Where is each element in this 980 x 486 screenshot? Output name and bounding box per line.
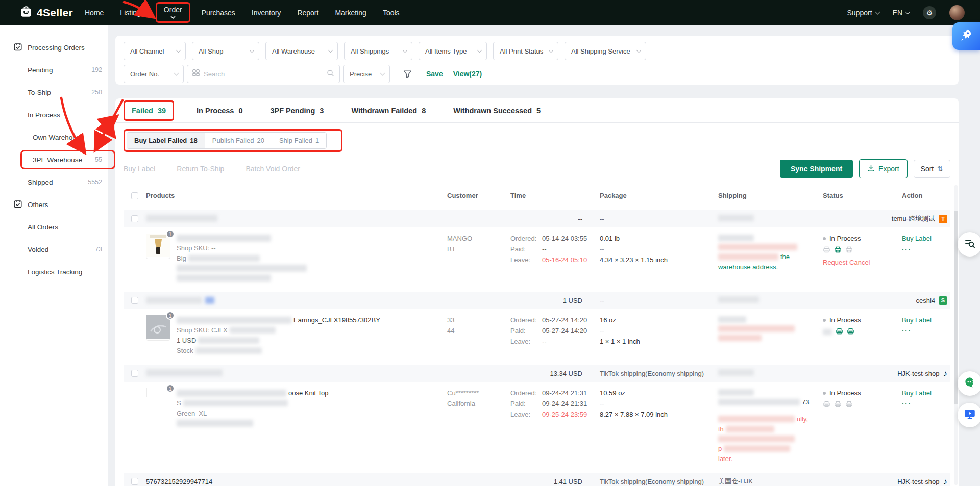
- variant: Green_XL: [177, 410, 329, 417]
- filter-warehouse[interactable]: All Warehouse: [265, 42, 338, 60]
- sort-button[interactable]: Sort ⇅: [914, 160, 950, 178]
- sidebar-item-own-warehouse[interactable]: Own Warehouse51: [0, 126, 108, 148]
- scrollbar-track[interactable]: [954, 185, 958, 485]
- support-chat-widget[interactable]: [958, 371, 980, 396]
- nav-order[interactable]: Order: [156, 2, 190, 23]
- video-tutorial-widget[interactable]: [958, 403, 980, 427]
- redacted-text: [195, 347, 262, 354]
- subtab-publish-failed[interactable]: Publish Failed20: [205, 133, 272, 148]
- search-input[interactable]: [204, 70, 323, 78]
- save-filter-button[interactable]: Save: [426, 70, 443, 78]
- buy-label-link[interactable]: Buy Label: [902, 235, 950, 242]
- product-image[interactable]: [146, 331, 170, 341]
- filter-shop[interactable]: All Shop: [192, 42, 259, 60]
- brand-logo[interactable]: 4Seller: [19, 0, 73, 25]
- sidebar-item-shipped[interactable]: Shipped5552: [0, 171, 108, 193]
- export-button[interactable]: Export: [859, 159, 907, 178]
- sidebar-item-in-process[interactable]: In Process: [0, 104, 108, 126]
- printer-icon[interactable]: [823, 246, 830, 255]
- sidebar-section-others[interactable]: Others: [0, 193, 108, 216]
- nav-marketing[interactable]: Marketing: [327, 9, 374, 17]
- product-image[interactable]: [146, 249, 170, 259]
- printer-icon[interactable]: [823, 400, 830, 410]
- product-title[interactable]: Earrings_CJLX198557302BY: [293, 316, 380, 324]
- tab-withdrawn-failded[interactable]: Withdrawn Failded8: [351, 107, 426, 115]
- printer-icon[interactable]: [845, 246, 853, 255]
- row-checkbox[interactable]: [131, 297, 138, 304]
- return-to-ship-button[interactable]: Return To-Ship: [177, 165, 224, 173]
- filter-channel[interactable]: All Channel: [124, 42, 186, 60]
- redacted-order-no: [146, 369, 223, 376]
- scrollbar-thumb[interactable]: [954, 211, 958, 404]
- sidebar-section-processing-orders[interactable]: Processing Orders: [0, 36, 108, 59]
- tab-3pf-pending[interactable]: 3PF Pending3: [270, 107, 324, 115]
- sidebar-item-voided[interactable]: Voided73: [0, 238, 108, 261]
- order-lookup-widget[interactable]: [958, 232, 980, 257]
- view-saved-button[interactable]: View(27): [453, 70, 482, 78]
- col-shipping: Shipping: [718, 192, 823, 199]
- buy-label-button[interactable]: Buy Label: [124, 165, 155, 173]
- batch-void-order-button[interactable]: Batch Void Order: [246, 165, 300, 173]
- printer-icon[interactable]: [834, 246, 842, 255]
- filter-shipping-service[interactable]: All Shipping Service: [565, 42, 646, 60]
- buy-label-link[interactable]: Buy Label: [902, 316, 950, 324]
- rocket-widget[interactable]: [952, 22, 980, 50]
- subtab-ship-failed[interactable]: Ship Failed1: [272, 133, 326, 148]
- support-menu[interactable]: Support: [847, 9, 879, 17]
- avatar[interactable]: [949, 5, 965, 20]
- filter-print-status[interactable]: All Print Status: [493, 42, 558, 60]
- order-number[interactable]: 576732152929947714: [146, 478, 447, 485]
- order-group-header: 13.34 USD TikTok shipping(Economy shippi…: [124, 365, 950, 382]
- row-checkbox[interactable]: [131, 370, 138, 377]
- chevron-down-icon: [176, 48, 181, 53]
- sidebar-item-3pf-warehouse[interactable]: 3PF Warehouse55: [0, 148, 108, 171]
- language-menu[interactable]: EN: [893, 9, 910, 17]
- chevron-down-icon: [549, 48, 554, 53]
- more-actions-button[interactable]: ···: [902, 327, 950, 335]
- printer-icon[interactable]: [845, 400, 853, 410]
- buy-label-link[interactable]: Buy Label: [902, 389, 950, 397]
- sidebar-item-all-orders[interactable]: All Orders: [0, 216, 108, 238]
- more-actions-button[interactable]: ···: [902, 400, 950, 407]
- nav-listings[interactable]: Listings: [112, 9, 152, 17]
- printer-icon[interactable]: [847, 327, 854, 337]
- tab-in-process[interactable]: In Process0: [197, 107, 242, 115]
- more-actions-button[interactable]: ···: [902, 245, 950, 253]
- nav-tools[interactable]: Tools: [375, 9, 408, 17]
- printer-icon[interactable]: [836, 327, 843, 337]
- redacted-text: [718, 244, 797, 250]
- search-icon[interactable]: [327, 69, 334, 79]
- main-nav: Home Listings Order Purchases Inventory …: [77, 0, 408, 25]
- sync-shipment-button[interactable]: Sync Shipment: [780, 160, 853, 178]
- gear-icon[interactable]: ⚙: [923, 6, 936, 19]
- precise-select[interactable]: Precise: [343, 65, 390, 83]
- shipping-cell: the warehouse address.: [718, 234, 823, 271]
- row-checkbox[interactable]: [131, 215, 138, 222]
- tab-failed[interactable]: Failed39: [124, 100, 174, 121]
- select-all-checkbox[interactable]: [131, 192, 138, 199]
- row-checkbox[interactable]: [131, 478, 138, 485]
- shipping-cell: 73 ully, th p later.: [718, 388, 823, 463]
- status-cell: In Process: [823, 315, 902, 337]
- shop-name: HJK-test-shop: [897, 370, 939, 377]
- tab-withdrawn-successed[interactable]: Withdrawn Successed5: [453, 107, 541, 115]
- filter-shippings[interactable]: All Shippings: [344, 42, 412, 60]
- nav-inventory[interactable]: Inventory: [243, 9, 289, 17]
- filter-items-type[interactable]: All Items Type: [419, 42, 487, 60]
- sidebar-item-to-ship[interactable]: To-Ship250: [0, 81, 108, 104]
- redacted-text: [718, 316, 746, 323]
- printer-icon[interactable]: [834, 400, 842, 410]
- nav-report[interactable]: Report: [289, 9, 327, 17]
- funnel-icon[interactable]: [403, 70, 412, 79]
- nav-home[interactable]: Home: [77, 9, 112, 17]
- product-title[interactable]: oose Knit Top: [288, 389, 329, 397]
- nav-purchases[interactable]: Purchases: [193, 9, 243, 17]
- sidebar-item-logistics-tracking[interactable]: Logistics Tracking: [0, 261, 108, 283]
- package-cell: 0.01 lb -- 4.34 × 3.23 × 1.15 inch: [600, 234, 718, 264]
- sidebar-item-pending[interactable]: Pending192: [0, 59, 108, 81]
- search-field-select[interactable]: Order No.: [124, 65, 184, 83]
- product-image[interactable]: [146, 388, 147, 397]
- subtab-buy-label-failed[interactable]: Buy Label Failed18: [127, 133, 205, 148]
- order-total: --: [447, 215, 600, 223]
- request-cancel-label: Request Cancel: [823, 259, 902, 266]
